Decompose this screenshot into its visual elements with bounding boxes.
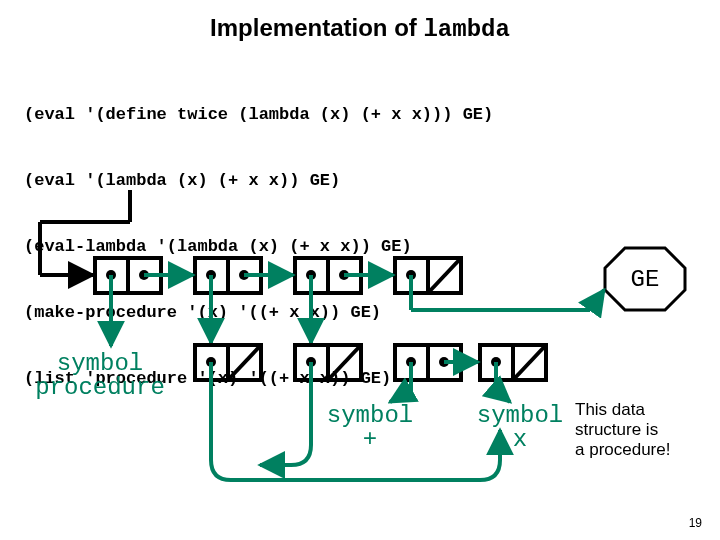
title-keyword: lambda — [423, 16, 509, 43]
svg-line-26 — [590, 290, 604, 310]
caption-line: a procedure! — [575, 440, 705, 460]
symbol-procedure-l1: symbol — [57, 350, 143, 377]
svg-line-37 — [328, 345, 361, 380]
caption-line: This data — [575, 400, 705, 420]
svg-line-45 — [513, 345, 546, 380]
symbol-plus-l2: + — [363, 426, 377, 453]
symbol-procedure-l2: procedure — [35, 374, 165, 401]
symbol-plus-l1: symbol — [327, 402, 413, 429]
symbol-x-l2: x — [513, 426, 527, 453]
ge-label: GE — [631, 266, 660, 293]
svg-line-19 — [428, 258, 461, 293]
code-line: (eval '(lambda (x) (+ x x)) GE) — [24, 170, 493, 192]
svg-line-32 — [228, 345, 261, 380]
symbol-x-l1: symbol — [477, 402, 563, 429]
slide-title: Implementation of lambda — [0, 14, 720, 43]
code-line: (eval '(define twice (lambda (x) (+ x x)… — [24, 104, 493, 126]
title-text: Implementation of — [210, 14, 423, 41]
caption-line: structure is — [575, 420, 705, 440]
caption: This data structure is a procedure! — [575, 400, 705, 460]
page-number: 19 — [689, 516, 702, 530]
